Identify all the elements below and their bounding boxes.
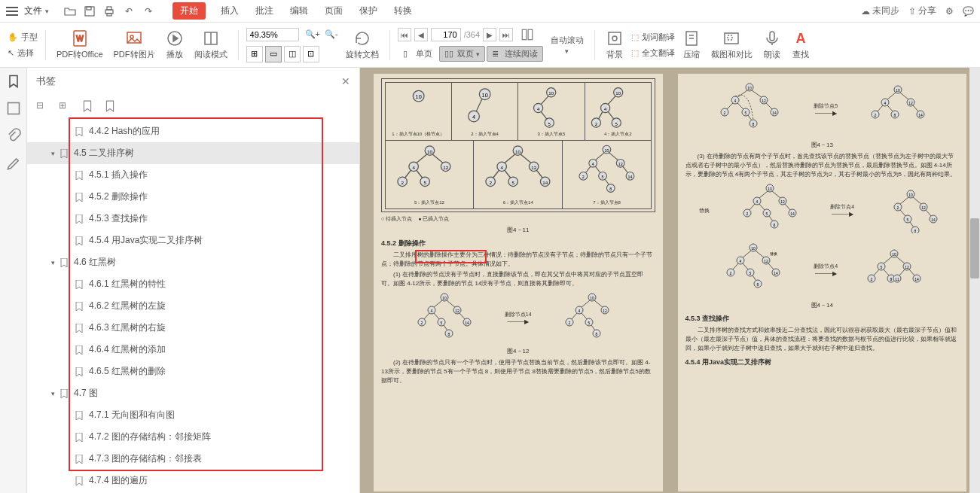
bookmark-item[interactable]: 4.4.2 Hash的应用 xyxy=(27,120,359,142)
document-viewport[interactable]: 101：插入节点10（根节点） 1042：插入节点4 10453：插入节点5 1… xyxy=(360,68,980,493)
tab-start[interactable]: 开始 xyxy=(172,2,206,20)
fit-visible-button[interactable]: ⊡ xyxy=(303,46,319,62)
print-icon[interactable] xyxy=(103,5,115,17)
vertical-scrollbar[interactable] xyxy=(969,68,980,493)
page-number-input[interactable] xyxy=(431,28,461,41)
fit-page-button[interactable]: ▭ xyxy=(265,46,282,62)
compress-button[interactable]: 压缩 xyxy=(679,29,704,60)
next-page-button[interactable]: ▶ xyxy=(483,28,496,41)
auto-scroll-button[interactable]: 自动滚动 ▾ xyxy=(548,35,587,55)
read-aloud-button[interactable]: 朗读 xyxy=(760,29,784,60)
book-icon xyxy=(202,29,220,47)
bookmark-item[interactable]: 4.6.3 红黑树的右旋 xyxy=(27,317,359,339)
bookmark-item[interactable]: 4.6.5 红黑树的删除 xyxy=(27,361,359,382)
bookmark-item[interactable]: 4.5.2 删除操作 xyxy=(27,186,359,208)
bookmark-item[interactable]: 4.6.4 红黑树的添加 xyxy=(27,339,359,361)
bookmark-item[interactable]: 4.5.1 插入操作 xyxy=(27,164,359,186)
expand-toggle-icon[interactable]: ▾ xyxy=(48,259,57,266)
full-translate-button[interactable]: ⬚全文翻译 xyxy=(631,47,675,59)
sync-status[interactable]: ☁未同步 xyxy=(861,5,899,17)
bookmark-item[interactable]: 4.7.4 图的遍历 xyxy=(27,470,359,491)
background-button[interactable]: 背景 xyxy=(603,29,627,60)
bookmark-icon xyxy=(75,126,84,137)
thumbnail-tab-icon[interactable] xyxy=(6,101,21,116)
tab-page[interactable]: 页面 xyxy=(323,2,344,20)
bookmark-icon xyxy=(75,192,84,202)
attachment-tab-icon[interactable] xyxy=(6,128,21,143)
play-button[interactable]: 播放 xyxy=(163,29,187,60)
scrollbar-thumb[interactable] xyxy=(970,218,979,278)
redo-icon[interactable]: ↷ xyxy=(142,5,154,17)
layout-icon[interactable] xyxy=(521,28,534,41)
translate-all-icon: ⬚ xyxy=(631,48,639,58)
word-translate-button[interactable]: ⬚划词翻译 xyxy=(631,32,675,43)
svg-text:10: 10 xyxy=(415,93,421,100)
pdf-to-image-button[interactable]: PDF转图片 xyxy=(111,29,158,60)
svg-text:2: 2 xyxy=(897,205,899,210)
zoom-controls: 🔍+ 🔍- ⊞ ▭ ◫ ⊡ xyxy=(246,28,338,62)
bookmark-item[interactable]: 4.6.1 红黑树的特性 xyxy=(27,273,359,295)
expand-toggle-icon[interactable]: ▾ xyxy=(48,390,57,397)
close-icon[interactable]: ✕ xyxy=(341,75,350,87)
bookmark-item[interactable]: 4.7.3 图的存储结构：邻接表 xyxy=(27,448,359,470)
file-menu[interactable]: 文件 ▾ xyxy=(24,5,49,17)
actual-size-button[interactable]: ◫ xyxy=(284,46,301,62)
svg-text:2: 2 xyxy=(875,113,877,117)
double-page-button[interactable]: ▯▯双页▾ xyxy=(439,46,485,62)
find-button[interactable]: A 查找 xyxy=(789,29,813,60)
bookmark-item[interactable]: ▾4.6 红黑树 xyxy=(27,251,359,273)
bookmark-item[interactable]: 4.5.3 查找操作 xyxy=(27,208,359,230)
bookmark-label: 4.7.1 无向图和有向图 xyxy=(89,409,175,421)
annotation-tab-icon[interactable] xyxy=(6,155,21,170)
svg-line-234 xyxy=(896,257,905,264)
bookmark-item[interactable]: 4.7.1 无向图和有向图 xyxy=(27,404,359,426)
compress-icon xyxy=(682,29,701,47)
bookmark-tab-icon[interactable] xyxy=(6,74,21,89)
tab-annotate[interactable]: 批注 xyxy=(254,2,275,20)
tab-edit[interactable]: 编辑 xyxy=(289,2,310,20)
last-page-button[interactable]: ⏭ xyxy=(499,28,513,41)
bookmark-icon xyxy=(60,148,69,159)
zoom-in-icon[interactable]: 🔍+ xyxy=(305,29,320,39)
svg-text:14: 14 xyxy=(543,180,548,185)
page-left: 101：插入节点10（根节点） 1042：插入节点4 10453：插入节点5 1… xyxy=(374,74,663,491)
reading-mode-button[interactable]: 阅读模式 xyxy=(191,29,230,60)
continuous-button[interactable]: ≣连续阅读 xyxy=(487,46,543,62)
pdf-to-office-button[interactable]: W PDF转Office xyxy=(53,29,106,60)
settings-icon[interactable]: ⚙ xyxy=(945,6,954,17)
svg-text:4: 4 xyxy=(472,114,475,120)
zoom-input[interactable] xyxy=(246,28,299,41)
bookmark-item[interactable]: 4.7.2 图的存储结构：邻接矩阵 xyxy=(27,426,359,448)
select-tool-button[interactable]: ↖选择 xyxy=(8,47,38,59)
svg-text:10: 10 xyxy=(590,296,594,300)
new-bookmark-icon[interactable] xyxy=(81,100,93,112)
fit-width-button[interactable]: ⊞ xyxy=(246,46,263,62)
expand-toggle-icon[interactable]: ▾ xyxy=(48,150,57,157)
svg-text:5: 5 xyxy=(548,120,551,126)
page-total-label: /364 xyxy=(464,30,480,39)
bookmark-item[interactable]: ▾4.7 图 xyxy=(27,382,359,404)
bookmark-item[interactable]: ▾4.5 二叉排序树 xyxy=(27,142,359,164)
expand-all-icon[interactable]: ⊞ xyxy=(59,100,71,112)
bookmark-icon xyxy=(75,214,84,224)
first-page-button[interactable]: ⏮ xyxy=(398,28,411,41)
feedback-icon[interactable]: 💬 xyxy=(963,6,974,17)
save-icon[interactable] xyxy=(84,5,96,17)
bookmark-item[interactable]: 4.5.4 用Java实现二叉排序树 xyxy=(27,230,359,251)
tab-protect[interactable]: 保护 xyxy=(358,2,379,20)
tab-insert[interactable]: 插入 xyxy=(219,2,240,20)
rotate-button[interactable]: 旋转文档 xyxy=(343,29,382,60)
collapse-all-icon[interactable]: ⊟ xyxy=(36,100,48,112)
open-icon[interactable] xyxy=(64,5,76,17)
screenshot-compare-button[interactable]: 截图和对比 xyxy=(708,29,756,60)
hand-tool-button[interactable]: ✋手型 xyxy=(8,32,38,43)
hamburger-icon[interactable] xyxy=(6,7,18,16)
undo-icon[interactable]: ↶ xyxy=(123,5,135,17)
share-button[interactable]: ⇧分享 xyxy=(908,5,936,17)
single-page-button[interactable]: ▯单页 xyxy=(398,46,438,62)
bookmark-options-icon[interactable] xyxy=(104,100,116,112)
prev-page-button[interactable]: ◀ xyxy=(414,28,428,41)
bookmark-item[interactable]: 4.6.2 红黑树的左旋 xyxy=(27,295,359,317)
tab-convert[interactable]: 转换 xyxy=(392,2,414,20)
zoom-out-icon[interactable]: 🔍- xyxy=(325,29,338,39)
